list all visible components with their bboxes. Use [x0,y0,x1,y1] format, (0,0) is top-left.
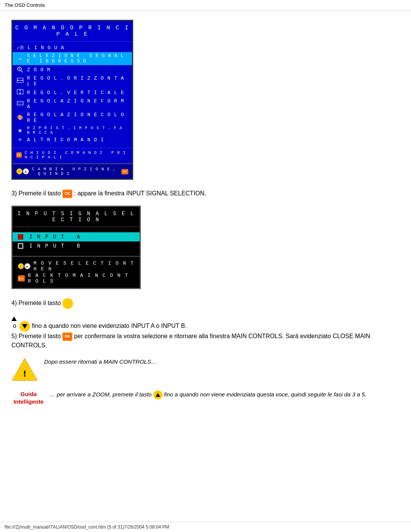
warning-triangle-icon: ! ⚡ [11,358,38,381]
footer-text: file:///Z|/multi_manual/ITALIAN/OSD/osd_… [5,524,169,530]
riprist-icon: ▦ [16,128,24,133]
para4-middle: fino a quando non viene evidenziato INPU… [32,323,187,329]
osd1-bottom-label: C A M B I A O P Z I O N E , Q U I N D I [32,167,118,176]
osd1-menu: ♪ⓔ L I N G U A ⇒ S E L E Z I O N E S E G… [13,42,132,163]
osd1-item-lingua: ♪ⓔ L I N G U A [13,43,132,52]
ok-button-para3: OK [62,190,72,198]
osd2-spacer-bottom [13,251,140,254]
osd2-menu: I N P U T A I N P U T B [13,227,140,256]
forma-label: R E G O L A Z I O N E F O R M A [27,98,128,110]
para3-text: 3) Premete il tasto [11,190,61,197]
svg-text:⚡: ⚡ [22,366,28,372]
paragraph-4: 4) Premete il tasto [11,298,400,309]
orizz-label: R E G O L . O R I Z Z O N T A L E [27,75,128,87]
osd1-item-orizz: R E G O L . O R I Z Z O N T A L E [13,74,132,88]
ok-icon-bottom: OK [121,169,128,174]
guida-label-text: GuidaIntelligente [13,391,43,405]
vert-label: R E G O L . V E R T I C A L E [27,90,124,96]
osd2-footer-line1: M O V E S E L E C T I O N T H E N [33,260,134,272]
zoom-icon [16,66,24,73]
warning-icon-wrap: ! ⚡ [11,358,38,383]
triangle-up-btn-4 [62,298,73,309]
warning-text: Dopo essere ritornati a MAIN CONTROLS… [44,358,400,366]
svg-line-1 [21,70,23,72]
ok-button-para5: OK [62,332,72,341]
guida-text-block: … per arrivare a ZOOM, premete il tasto … [49,390,400,399]
paragraph-3: 3) Premete il tasto OK : appare la fines… [11,189,400,198]
zoom-label: Z O O M [27,67,51,73]
page-header: The OSD Controls [0,0,411,11]
riprist-label: R I P R I S T . I M P O S T . F A B R I … [27,126,128,135]
colore-icon: 🎨 [16,115,24,121]
osd2-footer: ☺ ▲ M O V E S E L E C T I O N T H E N OK… [13,256,140,288]
osd1-item-riprist: ▦ R I P R I S T . I M P O S T . F A B R … [13,125,132,136]
osd1-footer-label: C H I U D I C O M A N D I P R I N C I P … [25,150,128,160]
warning-text-content: Dopo essere ritornati a MAIN CONTROLS… [44,358,157,365]
dual-circle-icon-2: ☺ ▲ [18,263,30,269]
osd1-separator [13,144,132,148]
page-footer: file:///Z|/multi_manual/ITALIAN/OSD/osd_… [0,522,411,532]
vert-icon [16,89,24,96]
paragraph-5: 5) Premete il tasto OK per confermare la… [11,332,400,350]
orizz-icon [16,78,24,85]
osd2-item-inputA: I N P U T A [13,232,140,241]
osd1-item-forma: R E G O L A Z I O N E F O R M A [13,97,132,111]
para5-text: 5) Premete il tasto [11,333,61,339]
altri-icon: ≡ [16,137,24,143]
warning-text-wrap: Dopo essere ritornati a MAIN CONTROLS… [44,358,400,366]
osd1-item-altri: ≡ A L T R I C O M A N D I [13,136,132,144]
guida-section: GuidaIntelligente … per arrivare a ZOOM,… [11,390,400,405]
ok-icon-osd2: OK [18,275,25,281]
main-content: C O M A N D O P R I N C I P A L E ♪ⓔ L I… [0,11,411,428]
warning-block: ! ⚡ Dopo essere ritornati a MAIN CONTROL… [11,358,400,383]
triangle-down-btn-4 [19,321,30,332]
inputB-icon [18,243,25,249]
para3-middle: : appare la finestra INPUT SIGNAL SELECT… [74,190,206,197]
osd1-bottom-bar: ☺ ▲ C A M B I A O P Z I O N E , Q U I N … [13,163,132,179]
osd2-footer-line2: B A C K T O M A I N C O N T R O L S [28,273,134,284]
osd2-item-inputB: I N P U T B [13,241,140,251]
guida-text-1: … per arrivare a ZOOM, premete il tasto [49,391,151,398]
inputB-label: I N P U T B [29,243,81,249]
osd-screen-2: I N P U T S I G N A L S E L E C T I O N … [11,206,141,289]
osd1-item-colore: 🎨 R E G O L A Z I O N E C O L O R E [13,111,132,125]
para4-separator: o [13,323,18,329]
ok-icon-footer: OK [16,152,22,158]
forma-icon [16,101,24,107]
osd2-footer-row1: ☺ ▲ M O V E S E L E C T I O N T H E N [18,260,134,272]
osd1-item-zoom: Z O O M [13,65,132,74]
osd2-footer-row2: OK B A C K T O M A I N C O N T R O L S [18,273,134,284]
svg-rect-12 [17,101,23,105]
osd-screen-1: C O M A N D O P R I N C I P A L E ♪ⓔ L I… [11,20,133,180]
colore-label: R E G O L A Z I O N E C O L O R E [27,112,128,123]
guida-label: GuidaIntelligente [11,390,46,405]
segnale-icon: ⇒ [16,56,24,62]
lingua-label: L I N G U A [27,45,64,51]
inputA-icon [18,234,25,240]
dual-circle-icon: ☺ ▲ [16,168,29,174]
inputA-label: I N P U T A [29,234,81,240]
header-title: The OSD Controls [5,2,45,8]
osd1-item-segnale: ⇒ S E L E Z I O N E S E G N A L E I N G … [13,52,132,65]
altri-label: A L T R I C O M A N D I [27,137,104,143]
para4-text: 4) Premete il tasto [11,300,61,306]
osd1-item-vert: R E G O L . V E R T I C A L E [13,88,132,97]
segnale-label: S E L E Z I O N E S E G N A L E I N G R … [27,53,128,64]
lingua-icon: ♪ⓔ [16,45,24,51]
osd2-spacer-top [13,228,140,232]
guida-text-2: fino a quando non viene evidenziata ques… [164,391,366,398]
osd1-footer: OK C H I U D I C O M A N D I P R I N C I… [13,148,132,162]
triangle-up-btn-guida [153,390,162,399]
osd1-title: C O M A N D O P R I N C I P A L E [13,21,132,42]
osd2-title: I N P U T S I G N A L S E L E C T I O N [13,207,140,227]
